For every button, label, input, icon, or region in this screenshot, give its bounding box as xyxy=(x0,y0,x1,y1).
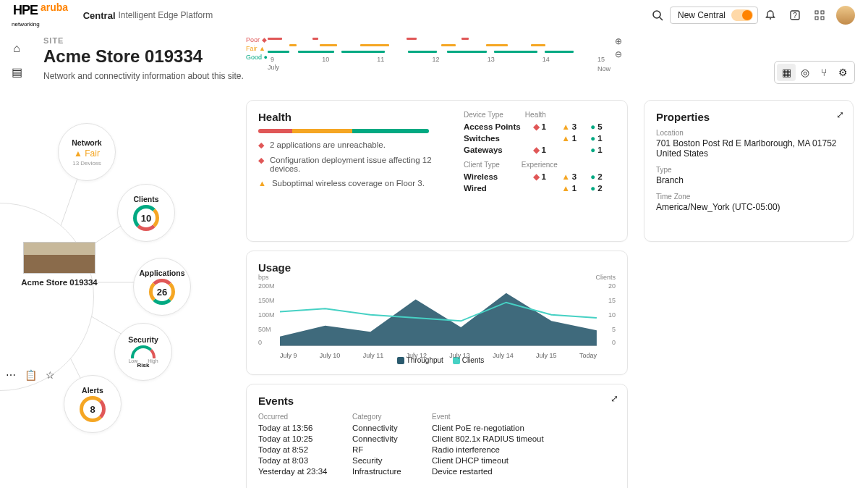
timeline-now: Now xyxy=(597,65,610,72)
usage-chart xyxy=(280,284,597,346)
site-thumbnail xyxy=(23,242,95,274)
logo-aruba: aruba xyxy=(41,1,68,13)
events-card: ⤢ Events OccurredCategoryEvent Today at … xyxy=(246,384,628,488)
svg-text:?: ? xyxy=(793,12,797,20)
brand-logo: HPE aruba networking xyxy=(13,3,69,28)
logo-networking: networking xyxy=(12,21,40,28)
node-network[interactable]: Network ▲ Fair 13 Devices xyxy=(58,123,116,181)
svg-line-1 xyxy=(660,17,663,20)
bell-icon[interactable] xyxy=(762,7,778,23)
left-nav-rail: ⌂ ▤ xyxy=(0,30,33,79)
timeline-label-poor: Poor ◆ xyxy=(246,36,268,43)
properties-title: Properties xyxy=(656,111,841,123)
event-row[interactable]: Today at 10:25ConnectivityClient 802.1x … xyxy=(258,434,616,443)
events-title: Events xyxy=(258,395,616,407)
help-icon[interactable]: ? xyxy=(787,7,803,23)
health-timeline[interactable]: Poor ◆ Fair ▲ Good ● 9101112131415 July … xyxy=(268,36,608,71)
node-applications[interactable]: Applications 26 xyxy=(133,258,191,316)
health-row: Gateways ◆ 1 ● 1 xyxy=(464,145,619,155)
node-security[interactable]: Security LowHigh Risk xyxy=(114,323,172,381)
svg-rect-7 xyxy=(815,17,818,20)
new-central-label: New Central xyxy=(678,10,726,20)
health-row: Wireless ◆ 1 ▲ 3 ● 2 xyxy=(464,172,619,182)
zoom-out-icon[interactable]: ⊖ xyxy=(615,49,622,59)
svg-rect-8 xyxy=(821,17,824,20)
type-value: Branch xyxy=(656,175,841,185)
event-row[interactable]: Today at 13:56ConnectivityClient PoE re-… xyxy=(258,424,616,432)
new-central-toggle[interactable]: New Central xyxy=(670,7,758,24)
view-location-icon[interactable]: ◎ xyxy=(796,64,814,81)
health-note: ◆2 applications are unreachable. xyxy=(258,140,446,150)
health-note: ▲Suboptimal wireless coverage on Floor 3… xyxy=(258,179,446,188)
properties-card: ⤢ Properties Location 701 Boston Post Rd… xyxy=(644,100,854,242)
health-note: ◆Configuration deployment issue affectin… xyxy=(258,156,446,173)
topology-ring: Acme Store 019334 Network ▲ Fair 13 Devi… xyxy=(0,109,231,413)
search-icon[interactable] xyxy=(650,7,665,23)
health-row: Switches ▲ 1 ● 1 xyxy=(464,134,619,143)
usage-card: Usage bps 200M 150M 100M 50M 0 Clients 2… xyxy=(246,251,628,375)
zoom-in-icon[interactable]: ⊕ xyxy=(615,36,622,46)
timeline-axis: 9101112131415 xyxy=(268,56,608,63)
tz-value: America/New_York (UTC-05:00) xyxy=(656,202,841,212)
apps-icon[interactable] xyxy=(812,7,827,23)
timeline-label-fair: Fair ▲ xyxy=(246,45,268,52)
svg-point-0 xyxy=(653,11,660,18)
tz-label: Time Zone xyxy=(656,193,841,201)
page-header: SITE Acme Store 019334 Network and conne… xyxy=(43,36,244,81)
event-row[interactable]: Today at 8:03SecurityClient DHCP timeout xyxy=(258,456,616,465)
usage-title: Usage xyxy=(258,261,616,274)
expand-icon[interactable]: ⤢ xyxy=(610,393,618,404)
location-value: 701 Boston Post Rd E Marlborough, MA 017… xyxy=(656,138,841,159)
svg-point-2 xyxy=(770,18,771,20)
y2-label: Clients xyxy=(595,274,616,281)
node-clients[interactable]: Clients 10 xyxy=(117,184,175,242)
svg-rect-6 xyxy=(821,11,824,14)
health-row: Wired ▲ 1 ● 2 xyxy=(464,184,619,193)
clipboard-icon[interactable]: 📋 xyxy=(25,369,37,381)
site-name: Acme Store 019334 xyxy=(9,278,110,287)
sites-icon[interactable]: ▤ xyxy=(12,65,22,79)
more-icon[interactable]: ⋯ xyxy=(6,369,16,381)
health-card: Health ◆2 applications are unreachable.◆… xyxy=(246,100,628,242)
view-grid-icon[interactable]: ▦ xyxy=(777,64,796,81)
svg-rect-5 xyxy=(815,11,818,14)
expand-icon[interactable]: ⤢ xyxy=(836,109,844,120)
timeline-label-good: Good ● xyxy=(246,54,268,61)
site-node[interactable]: Acme Store 019334 xyxy=(9,242,110,287)
product-tagline: Intelligent Edge Platform xyxy=(119,10,213,20)
node-alerts[interactable]: Alerts 8 xyxy=(64,375,122,433)
type-label: Type xyxy=(656,166,841,174)
home-icon[interactable]: ⌂ xyxy=(13,42,20,55)
logo-hpe: HPE xyxy=(13,3,38,18)
view-switch: ▦ ◎ ⑂ ⚙ xyxy=(774,61,855,84)
y-unit: bps xyxy=(258,274,269,281)
location-label: Location xyxy=(656,129,841,137)
star-icon[interactable]: ☆ xyxy=(46,369,55,381)
top-bar: HPE aruba networking Central Intelligent… xyxy=(0,0,868,30)
breadcrumb: SITE xyxy=(43,36,244,45)
timeline-start: July xyxy=(268,64,608,71)
view-topology-icon[interactable]: ⑂ xyxy=(814,64,833,81)
health-row: Access Points ◆ 1 ▲ 3 ● 5 xyxy=(464,122,619,132)
event-row[interactable]: Yesterday at 23:34InfrastructureDevice r… xyxy=(258,467,616,476)
toggle-switch[interactable] xyxy=(731,9,753,21)
product-name: Central xyxy=(83,10,116,21)
page-title: Acme Store 019334 xyxy=(43,46,244,67)
page-subtitle: Network and connectivity information abo… xyxy=(43,71,244,81)
user-avatar[interactable] xyxy=(836,6,855,25)
health-bar xyxy=(258,129,429,133)
event-row[interactable]: Today at 8:52RFRadio interference xyxy=(258,445,616,454)
view-settings-icon[interactable]: ⚙ xyxy=(833,64,852,81)
